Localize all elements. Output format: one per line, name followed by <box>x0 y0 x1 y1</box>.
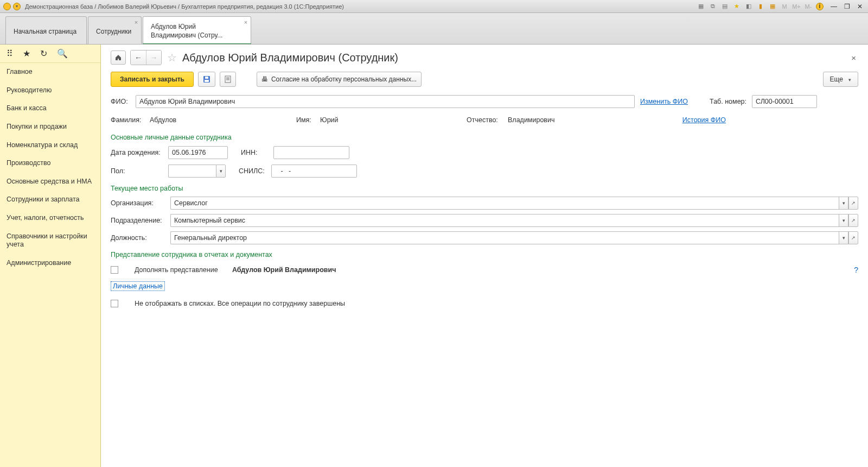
hide-checkbox[interactable] <box>111 300 118 307</box>
tb-icon-5[interactable]: ◧ <box>744 2 753 11</box>
gender-input[interactable] <box>168 165 216 178</box>
document-button[interactable] <box>220 72 236 87</box>
m-plus-button[interactable]: M+ <box>792 2 801 11</box>
calculator-icon[interactable]: ▦ <box>768 2 777 11</box>
close-page-button[interactable]: × <box>849 53 858 62</box>
tab-home[interactable]: Начальная страница <box>5 16 87 44</box>
svg-rect-1 <box>205 80 209 82</box>
name-label: Имя: <box>296 116 315 124</box>
help-icon[interactable]: ? <box>854 266 858 274</box>
m-button[interactable]: M <box>780 2 789 11</box>
name-value: Юрий <box>320 116 461 124</box>
surname-label: Фамилия: <box>111 116 144 124</box>
sidebar-item-sales[interactable]: Покупки и продажи <box>0 118 100 136</box>
tab-employees[interactable]: Сотрудники × <box>88 16 142 44</box>
chevron-down-icon[interactable]: ▾ <box>839 214 848 227</box>
sidebar-item-tax[interactable]: Учет, налоги, отчетность <box>0 209 100 228</box>
dept-label: Подразделение: <box>111 217 165 224</box>
org-input[interactable] <box>170 197 839 210</box>
representation-value: Абдулов Юрий Владимирович <box>232 266 336 274</box>
m-minus-button[interactable]: M- <box>804 2 813 11</box>
supplement-checkbox[interactable] <box>111 266 118 274</box>
pos-combo[interactable]: ▾ ↗ <box>170 231 858 244</box>
fio-label: ФИО: <box>111 98 130 105</box>
sidebar-item-assets[interactable]: Основные средства и НМА <box>0 173 100 191</box>
sidebar-item-admin[interactable]: Администрирование <box>0 254 100 273</box>
more-button[interactable]: Еще <box>823 72 858 87</box>
section-work: Текущее место работы <box>111 185 858 192</box>
fio-input[interactable] <box>136 95 635 108</box>
info-icon[interactable]: i <box>816 3 824 10</box>
inn-input[interactable] <box>273 146 349 159</box>
chevron-down-icon[interactable]: ▾ <box>216 165 226 178</box>
star-icon[interactable]: ★ <box>23 48 30 59</box>
favorite-star-icon[interactable]: ★ <box>732 2 741 11</box>
patronym-label: Отчество: <box>467 116 502 124</box>
personal-data-link[interactable]: Личные данные <box>111 281 165 291</box>
inn-label: ИНН: <box>241 149 268 156</box>
sidebar-item-bank[interactable]: Банк и касса <box>0 99 100 118</box>
printer-icon: 🖶 <box>261 75 268 83</box>
sidebar-item-settings[interactable]: Справочники и настройки учета <box>0 228 100 254</box>
open-icon[interactable]: ↗ <box>848 197 858 210</box>
close-window-button[interactable]: ✕ <box>855 3 865 10</box>
minimize-button[interactable]: — <box>829 3 839 10</box>
org-label: Организация: <box>111 199 165 207</box>
save-close-button[interactable]: Записать и закрыть <box>111 72 194 87</box>
back-button[interactable]: ← <box>131 51 146 65</box>
change-fio-link[interactable]: Изменить ФИО <box>640 98 688 105</box>
pos-input[interactable] <box>170 231 839 244</box>
sidebar-item-main[interactable]: Главное <box>0 63 100 81</box>
tb-icon-1[interactable]: ▦ <box>697 2 705 11</box>
chevron-down-icon[interactable]: ▾ <box>839 197 848 210</box>
section-personal: Основные личные данные сотрудника <box>111 134 858 141</box>
history-icon[interactable]: ↻ <box>40 48 47 59</box>
apps-icon[interactable]: ⠿ <box>7 48 13 59</box>
close-icon[interactable]: × <box>244 19 247 26</box>
svg-rect-3 <box>225 76 231 83</box>
dept-combo[interactable]: ▾ ↗ <box>170 214 858 227</box>
titlebar-tools: ▦ ⧉ ▤ ★ ◧ ▮ ▦ M M+ M- i <box>697 2 824 11</box>
chevron-down-icon[interactable]: ▾ <box>839 231 848 244</box>
tb-icon-3[interactable]: ▤ <box>720 2 729 11</box>
sidebar-item-hr[interactable]: Сотрудники и зарплата <box>0 191 100 209</box>
app-menu-dropdown[interactable] <box>13 3 21 10</box>
gender-combo[interactable]: ▾ <box>168 165 226 178</box>
favorite-icon[interactable]: ☆ <box>166 51 178 64</box>
save-button[interactable] <box>198 72 215 87</box>
supplement-label: Дополнять представление <box>135 266 227 274</box>
birth-input[interactable] <box>168 146 228 159</box>
forward-button[interactable]: → <box>146 51 161 65</box>
tabstrip: Начальная страница Сотрудники × Абдулов … <box>0 13 868 45</box>
open-icon[interactable]: ↗ <box>848 231 858 244</box>
tab-employee-card[interactable]: Абдулов Юрий Владимирович (Сотру... × <box>143 16 251 44</box>
svg-rect-2 <box>205 77 208 79</box>
hide-label: Не отображать в списках. Все операции по… <box>135 300 345 307</box>
tb-icon-2[interactable]: ⧉ <box>709 2 717 11</box>
fio-history-link[interactable]: История ФИО <box>682 116 726 124</box>
maximize-button[interactable]: ❐ <box>842 3 852 10</box>
dept-input[interactable] <box>170 214 839 227</box>
page-title: Абдулов Юрий Владимирович (Сотрудник) <box>182 52 398 64</box>
surname-value: Абдулов <box>150 116 291 124</box>
close-icon[interactable]: × <box>135 19 138 26</box>
tb-icon-6[interactable]: ▮ <box>756 2 765 11</box>
org-combo[interactable]: ▾ ↗ <box>170 197 858 210</box>
home-button[interactable] <box>111 51 126 65</box>
patronym-value: Владимирович <box>508 116 595 124</box>
search-icon[interactable]: 🔍 <box>57 48 68 59</box>
section-representation: Представление сотрудника в отчетах и док… <box>111 251 858 258</box>
snils-input[interactable] <box>271 165 357 178</box>
app-logo-icon <box>3 3 11 10</box>
open-icon[interactable]: ↗ <box>848 214 858 227</box>
gender-label: Пол: <box>111 167 163 175</box>
consent-button[interactable]: 🖶 Согласие на обработку персональных дан… <box>257 72 422 87</box>
sidebar: ⠿ ★ ↻ 🔍 Главное Руководителю Банк и касс… <box>0 45 101 467</box>
sidebar-tools: ⠿ ★ ↻ 🔍 <box>0 45 100 63</box>
content: ← → ☆ Абдулов Юрий Владимирович (Сотрудн… <box>101 45 868 467</box>
tabnum-label: Таб. номер: <box>710 98 746 105</box>
sidebar-item-stock[interactable]: Номенклатура и склад <box>0 136 100 155</box>
sidebar-item-production[interactable]: Производство <box>0 154 100 173</box>
sidebar-item-manager[interactable]: Руководителю <box>0 81 100 100</box>
tabnum-input[interactable] <box>752 95 817 108</box>
